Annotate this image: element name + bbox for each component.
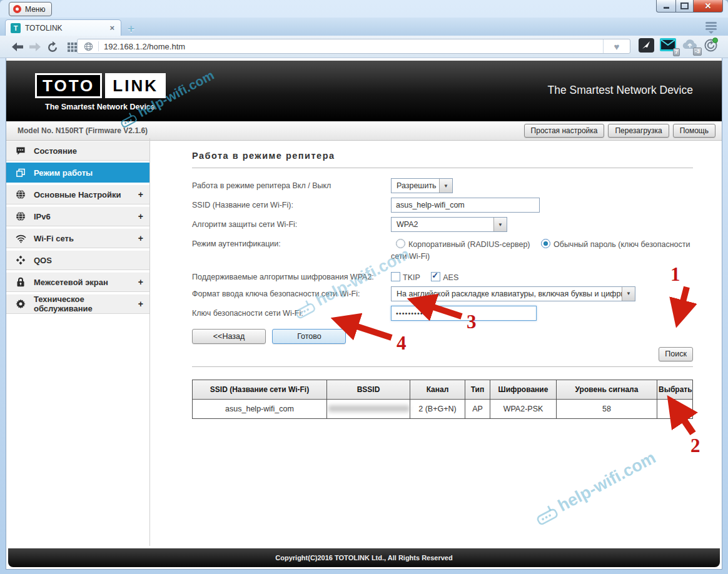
radius-radio[interactable] <box>396 239 405 248</box>
ssid-input[interactable] <box>391 198 540 213</box>
tab-menu-icon[interactable] <box>705 22 717 36</box>
security-algorithm-label: Алгоритм защиты сети Wi-Fi: <box>192 217 391 232</box>
diamonds-icon <box>15 255 26 265</box>
easy-setup-button[interactable]: Простая настройка <box>524 124 605 138</box>
col-bssid: BSSID <box>327 380 410 399</box>
tkip-label: TKIP <box>403 273 420 282</box>
header-tagline: The Smartest Network Device <box>548 84 693 97</box>
update-available-dot <box>712 38 718 43</box>
help-button[interactable]: Помощь <box>673 124 715 138</box>
col-ssid: SSID (Название сети Wi-Fi) <box>193 380 327 399</box>
bssid-redacted <box>328 405 410 412</box>
done-button[interactable]: Готово <box>272 329 346 344</box>
col-select: Выбрать <box>657 380 693 399</box>
opera-menu-button[interactable]: Меню <box>9 2 52 16</box>
sidebar-item-label: Основные Настройки <box>34 190 121 199</box>
reboot-button[interactable]: Перезагрузка <box>608 124 669 138</box>
expand-plus-icon[interactable]: + <box>138 299 143 309</box>
key-format-select[interactable]: На английской раскладке клавиатуры, вклю… <box>391 286 635 301</box>
totolink-logo: TOTO LINK <box>35 73 166 98</box>
content-area: Работа в режиме репитера Работа в режиме… <box>150 138 722 546</box>
cloud-icon[interactable]: -3 <box>682 38 698 53</box>
expand-plus-icon[interactable]: + <box>138 211 143 221</box>
col-type: Тип <box>465 380 490 399</box>
aes-checkbox[interactable] <box>431 272 440 281</box>
personal-password-radio[interactable] <box>541 239 550 248</box>
logo-toto: TOTO <box>35 73 102 98</box>
minimize-button[interactable] <box>656 0 676 13</box>
sidebar: Состояние Режим работы Основные Настройк… <box>6 138 150 546</box>
page-footer: Copyright(C)2016 TOTOLINK Ltd., All Righ… <box>8 548 720 567</box>
expand-plus-icon[interactable]: + <box>138 189 143 199</box>
sidebar-item-status[interactable]: Состояние <box>6 141 149 161</box>
col-signal: Уровень сигнала <box>557 380 657 399</box>
forward-button[interactable] <box>28 39 43 54</box>
sidebar-item-maintenance[interactable]: Техническое обслуживание + <box>6 294 149 314</box>
close-icon: ✕ <box>705 1 712 11</box>
bookmark-heart-icon[interactable]: ♥ <box>603 39 630 53</box>
table-row: asus_help-wifi_com 2 (B+G+N) AP WPA2-PSK… <box>193 399 693 418</box>
reload-button[interactable] <box>45 39 60 54</box>
logo-link: LINK <box>105 73 166 98</box>
tkip-checkbox[interactable] <box>391 272 400 281</box>
extension-icon[interactable] <box>639 38 654 55</box>
repeater-enable-select[interactable]: Разрешить ▼ <box>391 178 453 193</box>
close-button[interactable]: ✕ <box>694 0 723 13</box>
globe-icon <box>84 42 93 51</box>
repeater-form: Работа в режиме репитера Вкл / Выкл Разр… <box>192 178 693 321</box>
back-step-button[interactable]: <<Назад <box>192 329 266 344</box>
logo-tagline: The Smartest Network Device <box>45 103 155 111</box>
opera-logo-icon <box>13 5 21 13</box>
chevron-down-icon: ▼ <box>439 179 452 193</box>
globe-icon <box>15 189 26 199</box>
wpa-cipher-label: Поддерживаемые алгоритмы шифрования WPA2… <box>192 269 391 282</box>
maximize-button[interactable] <box>676 0 694 13</box>
sidebar-item-label: Межсетевой экран <box>34 278 108 287</box>
sidebar-item-operation-mode[interactable]: Режим работы <box>6 163 149 183</box>
sidebar-item-label: Техническое обслуживание <box>34 295 138 313</box>
gear-icon <box>15 299 26 309</box>
ssid-label: SSID (Название сети Wi-Fi): <box>192 198 391 213</box>
tab-bar: T TOTOLINK × + <box>0 18 728 36</box>
tab-close-icon[interactable]: × <box>108 23 116 33</box>
select-network-radio[interactable] <box>670 404 680 413</box>
expand-plus-icon[interactable]: + <box>138 233 143 243</box>
cell-ssid: asus_help-wifi_com <box>193 399 327 418</box>
sidebar-item-basic-settings[interactable]: Основные Настройки + <box>6 184 149 204</box>
sidebar-item-label: IPv6 <box>34 212 51 221</box>
wifi-networks-table: SSID (Название сети Wi-Fi) BSSID Канал Т… <box>192 380 693 419</box>
divider <box>192 366 693 367</box>
address-bar[interactable]: 192.168.1.2/home.htm ♥ <box>77 39 630 54</box>
search-networks-button[interactable]: Поиск <box>659 347 693 361</box>
site-header: TOTO LINK The Smartest Network Device Th… <box>6 61 722 121</box>
page-title: Работа в режиме репитера <box>192 151 693 161</box>
windows-icon <box>15 168 26 178</box>
tab-totolink[interactable]: T TOTOLINK × <box>5 19 121 36</box>
sidebar-item-firewall[interactable]: Межсетевой экран + <box>6 272 149 292</box>
mail-icon[interactable]: 7 <box>660 38 676 54</box>
cell-encryption: WPA2-PSK <box>490 399 557 418</box>
security-key-input[interactable] <box>391 306 537 321</box>
sidebar-item-ipv6[interactable]: IPv6 + <box>6 206 149 226</box>
sidebar-item-wifi[interactable]: Wi-Fi сеть + <box>6 228 149 248</box>
globe-icon <box>15 211 26 221</box>
url-text[interactable]: 192.168.1.2/home.htm <box>104 42 603 51</box>
col-encryption: Шифрование <box>490 380 557 399</box>
sidebar-item-qos[interactable]: QOS <box>6 250 149 270</box>
update-icon[interactable] <box>704 39 717 54</box>
auth-mode-label: Режим аутентификации: <box>192 236 391 263</box>
sidebar-item-label: Режим работы <box>34 168 93 178</box>
chat-icon <box>15 146 26 156</box>
key-format-label: Формат ввода ключа безопасности сети Wi-… <box>192 286 391 301</box>
title-bar: Меню ✕ <box>0 0 728 18</box>
new-tab-button[interactable]: + <box>128 22 134 36</box>
browser-window: Меню ✕ T TOTOLINK × + <box>0 0 728 574</box>
security-algorithm-select[interactable]: WPA2 ▼ <box>391 217 507 232</box>
radius-option-label: Корпоративный (RADIUS-сервер) <box>408 240 530 249</box>
security-key-label: Ключ безопасности сети Wi-Fi: <box>192 306 391 321</box>
expand-plus-icon[interactable]: + <box>138 277 143 287</box>
cell-type: AP <box>465 399 490 418</box>
divider <box>192 168 693 168</box>
back-button[interactable] <box>10 39 25 54</box>
cell-select <box>657 399 693 418</box>
